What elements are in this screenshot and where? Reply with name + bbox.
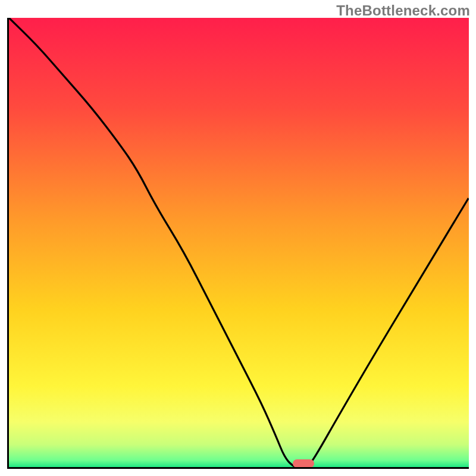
gradient-svg [9, 18, 469, 467]
gradient-rect [9, 18, 469, 467]
optimal-marker [293, 459, 314, 468]
gradient-background [9, 18, 469, 467]
chart-container: { "watermark": "TheBottleneck.com", "col… [0, 0, 476, 476]
watermark-text: TheBottleneck.com [336, 2, 470, 19]
